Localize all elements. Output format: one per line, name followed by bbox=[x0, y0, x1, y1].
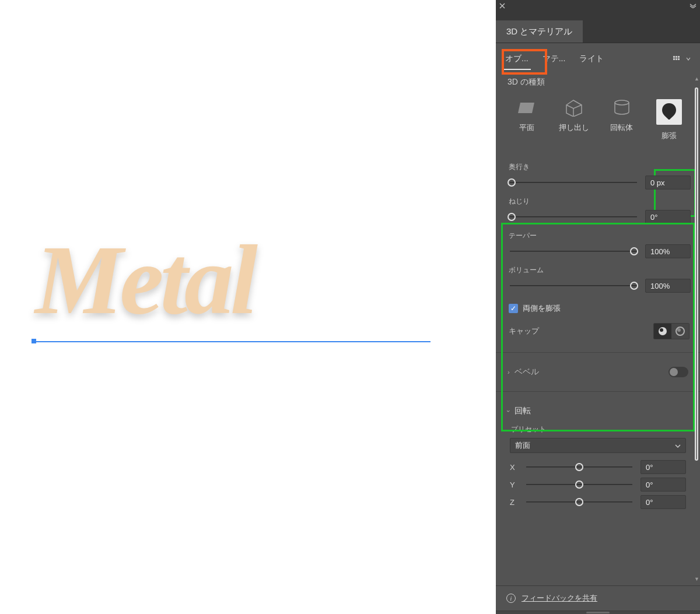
type-extrude-label: 押し出し bbox=[559, 122, 589, 133]
rotation-header[interactable]: › 回転 bbox=[508, 398, 688, 424]
tab-object[interactable]: オブ... bbox=[505, 54, 528, 64]
control-depth: 奥行き 0 px bbox=[508, 162, 691, 190]
scroll-down-icon[interactable]: ▼ bbox=[694, 576, 699, 582]
bevel-toggle[interactable] bbox=[668, 367, 688, 377]
panel-title-row: 3D とマテリアル bbox=[496, 12, 700, 43]
svg-rect-4 bbox=[676, 58, 677, 60]
rotation-title: 回転 bbox=[514, 406, 531, 416]
taper-label: テーパー bbox=[508, 231, 691, 241]
svg-point-10 bbox=[677, 328, 681, 332]
rotation-section: › 回転 プリセット 前面 X 0° Y 0° Z bbox=[496, 398, 700, 517]
panel-title[interactable]: 3D とマテリアル bbox=[496, 20, 583, 43]
x-slider[interactable] bbox=[524, 462, 635, 472]
chevron-down-icon bbox=[675, 441, 681, 450]
control-twist: ねじり 0° bbox=[508, 197, 691, 224]
x-label: X bbox=[510, 463, 518, 472]
control-volume: ボリューム 100% bbox=[508, 265, 691, 293]
volume-label: ボリューム bbox=[508, 265, 691, 275]
svg-rect-2 bbox=[678, 56, 680, 58]
cap-row: キャップ bbox=[508, 321, 691, 342]
z-slider[interactable] bbox=[524, 497, 635, 507]
type-revolve-label: 回転体 bbox=[610, 122, 633, 133]
depth-label: 奥行き bbox=[508, 162, 691, 172]
z-value[interactable]: 0° bbox=[640, 495, 686, 509]
canvas-area[interactable]: Metal bbox=[0, 0, 496, 614]
close-icon[interactable] bbox=[499, 3, 505, 9]
volume-value[interactable]: 100% bbox=[645, 279, 691, 293]
type-plane-label: 平面 bbox=[519, 122, 534, 133]
both-sides-checkbox-row[interactable]: ✓ 両側を膨張 bbox=[508, 300, 691, 321]
type-inflate-label: 膨張 bbox=[662, 131, 677, 141]
svg-point-8 bbox=[660, 328, 663, 332]
svg-point-6 bbox=[615, 100, 629, 105]
chevron-down-icon: › bbox=[505, 410, 512, 412]
cap-toggle bbox=[653, 323, 690, 339]
render-options-icon[interactable] bbox=[673, 54, 691, 64]
panel-resize-grip[interactable] bbox=[496, 611, 700, 614]
panel-scrollbar[interactable]: ▲ ▼ bbox=[694, 76, 699, 582]
twist-label: ねじり bbox=[508, 197, 691, 206]
bevel-row[interactable]: › ベベル bbox=[496, 359, 700, 385]
3d-type-label: 3D の種類 bbox=[496, 72, 700, 96]
svg-rect-5 bbox=[678, 58, 680, 60]
preset-label: プリセット bbox=[511, 424, 688, 434]
feedback-link[interactable]: フィードバックを共有 bbox=[522, 593, 597, 604]
collapse-icon[interactable] bbox=[690, 3, 696, 8]
depth-value[interactable]: 0 px bbox=[645, 176, 691, 190]
rotation-z-row: Z 0° bbox=[510, 495, 686, 509]
text-baseline bbox=[34, 341, 430, 342]
type-extrude[interactable]: 押し出し bbox=[554, 96, 594, 145]
panel-header bbox=[496, 0, 700, 12]
taper-slider[interactable] bbox=[508, 247, 639, 256]
volume-slider[interactable] bbox=[508, 281, 639, 290]
x-value[interactable]: 0° bbox=[640, 460, 686, 474]
cap-on-button[interactable] bbox=[654, 324, 671, 339]
info-icon: i bbox=[506, 594, 516, 603]
svg-rect-0 bbox=[673, 56, 675, 58]
twist-value[interactable]: 0° bbox=[645, 210, 691, 224]
scrollbar-thumb[interactable] bbox=[695, 87, 698, 461]
type-plane[interactable]: 平面 bbox=[507, 96, 547, 145]
both-sides-label: 両側を膨張 bbox=[523, 303, 561, 314]
cap-off-button[interactable] bbox=[671, 324, 689, 339]
preset-dropdown[interactable]: 前面 bbox=[510, 438, 686, 453]
3d-text-object[interactable]: Metal bbox=[35, 230, 254, 329]
divider bbox=[496, 352, 700, 353]
z-label: Z bbox=[510, 498, 518, 507]
chevron-right-icon: › bbox=[508, 369, 510, 376]
y-label: Y bbox=[510, 480, 518, 489]
taper-value[interactable]: 100% bbox=[645, 244, 691, 258]
divider bbox=[496, 391, 700, 392]
rotation-x-row: X 0° bbox=[510, 460, 686, 474]
text-anchor-handle[interactable] bbox=[32, 339, 36, 343]
depth-slider[interactable] bbox=[508, 178, 639, 187]
3d-materials-panel: 3D とマテリアル オブ... マテ... ライト 3D の種類 平面 bbox=[496, 0, 700, 614]
control-taper: テーパー 100% bbox=[508, 231, 691, 258]
scroll-up-icon[interactable]: ▲ bbox=[694, 76, 699, 82]
type-revolve[interactable]: 回転体 bbox=[602, 96, 642, 145]
inflate-settings: 奥行き 0 px ねじり 0° テーパー bbox=[504, 157, 694, 346]
bevel-label: ベベル bbox=[514, 367, 539, 377]
panel-scroll-body: 3D の種類 平面 押し出し 回転体 bbox=[496, 72, 700, 585]
cap-label: キャップ bbox=[509, 326, 539, 336]
rotation-y-row: Y 0° bbox=[510, 478, 686, 492]
tab-light[interactable]: ライト bbox=[579, 54, 604, 64]
panel-tabs: オブ... マテ... ライト bbox=[496, 43, 700, 72]
svg-rect-1 bbox=[676, 56, 677, 58]
y-slider[interactable] bbox=[524, 480, 635, 489]
checkbox-checked-icon: ✓ bbox=[509, 304, 518, 313]
3d-type-grid: 平面 押し出し 回転体 膨張 bbox=[496, 96, 700, 153]
preset-value: 前面 bbox=[515, 440, 530, 451]
y-value[interactable]: 0° bbox=[640, 478, 686, 492]
svg-rect-3 bbox=[673, 58, 675, 60]
twist-slider[interactable] bbox=[508, 212, 639, 222]
panel-footer[interactable]: i フィードバックを共有 bbox=[496, 585, 700, 611]
tab-material[interactable]: マテ... bbox=[542, 54, 566, 64]
type-inflate[interactable]: 膨張 bbox=[649, 96, 689, 145]
